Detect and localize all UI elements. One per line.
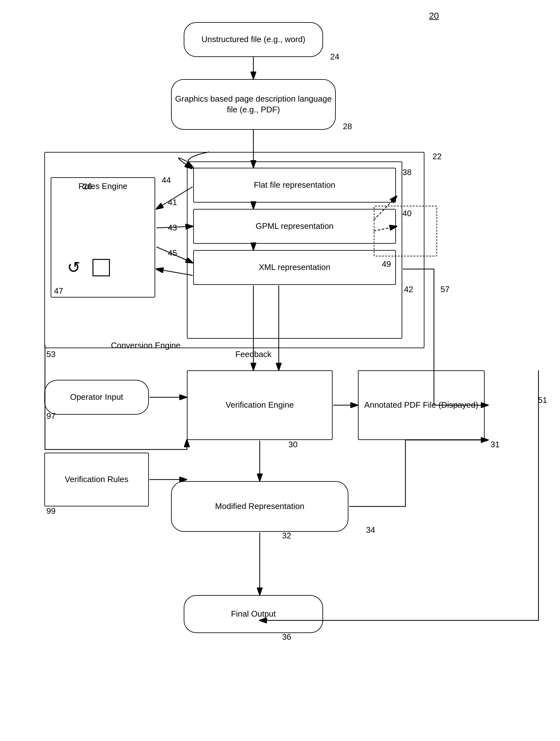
label-38: 38 xyxy=(399,168,415,177)
verification-engine-node: Verification Engine xyxy=(187,370,332,440)
label-36: 36 xyxy=(279,632,295,642)
label-51: 51 xyxy=(535,396,551,405)
graphics-based-node: Graphics based page description language… xyxy=(171,79,336,130)
label-99: 99 xyxy=(43,507,59,516)
label-24: 24 xyxy=(327,52,343,62)
operator-input-node: Operator Input xyxy=(44,380,149,415)
verification-rules-node: Verification Rules xyxy=(44,453,149,507)
label-97: 97 xyxy=(43,411,59,421)
diagram: 20 Unstructured file (e.g., word) 24 Gra… xyxy=(0,0,560,741)
label-30: 30 xyxy=(285,440,301,450)
final-output-node: Final Output xyxy=(184,595,323,633)
dashed-box-49 xyxy=(374,206,437,256)
label-20: 20 xyxy=(421,9,447,22)
rules-engine-box: Rules Engine ↺ xyxy=(51,177,155,297)
label-44: 44 xyxy=(159,176,174,185)
label-53: 53 xyxy=(43,350,59,359)
recycle-icon: ↺ xyxy=(67,257,80,278)
label-49: 49 xyxy=(378,260,394,269)
label-57: 57 xyxy=(437,285,453,294)
annotated-pdf-node: Annotated PDF File (Dispayed) xyxy=(358,370,485,440)
square-icon xyxy=(92,259,110,276)
label-34: 34 xyxy=(363,526,378,535)
feedback-label: Feedback xyxy=(222,348,285,361)
xml-node: XML representation xyxy=(193,250,396,285)
label-22: 22 xyxy=(429,152,445,161)
conversion-engine-label: Conversion Engine xyxy=(101,339,190,352)
label-32: 32 xyxy=(279,531,295,541)
label-31: 31 xyxy=(487,440,503,450)
unstructured-file-node: Unstructured file (e.g., word) xyxy=(184,22,323,57)
label-28: 28 xyxy=(339,122,355,131)
rules-engine-label: Rules Engine xyxy=(78,181,128,192)
label-47: 47 xyxy=(51,286,66,296)
gpml-node: GPML representation xyxy=(193,209,396,244)
label-42: 42 xyxy=(401,285,417,294)
modified-representation-node: Modified Representation xyxy=(171,481,349,532)
flat-file-node: Flat file representation xyxy=(193,168,396,203)
